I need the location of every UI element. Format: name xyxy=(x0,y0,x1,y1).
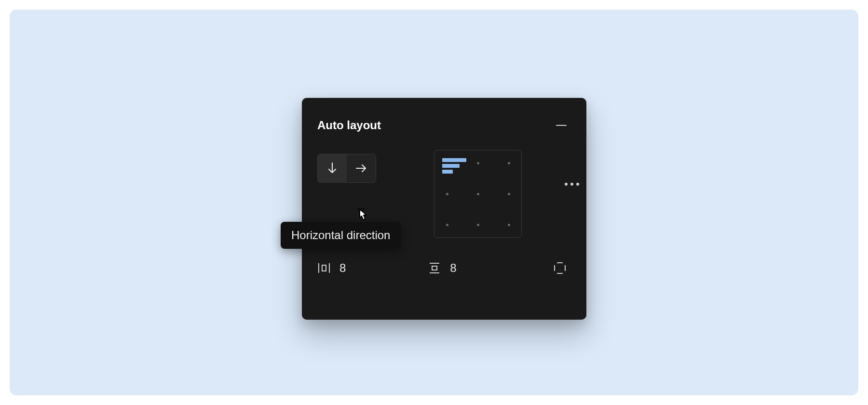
spacing-between-icon xyxy=(317,262,331,274)
tooltip: Horizontal direction xyxy=(281,222,401,249)
ellipsis-icon xyxy=(570,183,573,186)
alignment-dot xyxy=(446,193,448,195)
alignment-dot xyxy=(477,224,479,226)
alignment-top-left-indicator-icon xyxy=(442,158,466,174)
individual-padding-icon xyxy=(553,261,567,275)
remove-auto-layout-button[interactable] xyxy=(552,116,571,135)
ellipsis-icon xyxy=(576,183,579,186)
alignment-dot xyxy=(508,162,510,164)
arrow-right-icon xyxy=(355,163,367,174)
panel-title: Auto layout xyxy=(317,119,381,132)
individual-padding-button[interactable] xyxy=(553,261,567,275)
padding-value: 8 xyxy=(450,261,456,275)
svg-rect-4 xyxy=(432,266,437,270)
alignment-dot xyxy=(446,224,448,226)
tooltip-text: Horizontal direction xyxy=(291,229,390,242)
direction-segmented-control xyxy=(317,154,376,183)
padding-input[interactable]: 8 xyxy=(428,261,456,275)
minus-icon xyxy=(556,125,567,126)
svg-rect-1 xyxy=(322,265,326,271)
vertical-direction-button[interactable] xyxy=(318,154,347,182)
spacing-between-value: 8 xyxy=(339,261,346,275)
auto-layout-settings-button[interactable] xyxy=(561,174,583,195)
ellipsis-icon xyxy=(565,183,568,186)
spacing-between-input[interactable]: 8 xyxy=(317,261,346,275)
auto-layout-panel: Auto layout xyxy=(302,98,586,320)
horizontal-direction-button[interactable] xyxy=(347,154,376,182)
spacing-row: 8 8 xyxy=(317,261,571,275)
arrow-down-icon xyxy=(327,162,338,175)
alignment-dot xyxy=(477,193,479,195)
panel-header: Auto layout xyxy=(317,110,571,137)
alignment-dot xyxy=(508,224,510,226)
canvas-background: Auto layout xyxy=(10,10,858,395)
alignment-dot xyxy=(477,162,479,164)
padding-icon xyxy=(428,262,441,274)
alignment-dot xyxy=(508,193,510,195)
alignment-picker[interactable] xyxy=(434,150,522,238)
